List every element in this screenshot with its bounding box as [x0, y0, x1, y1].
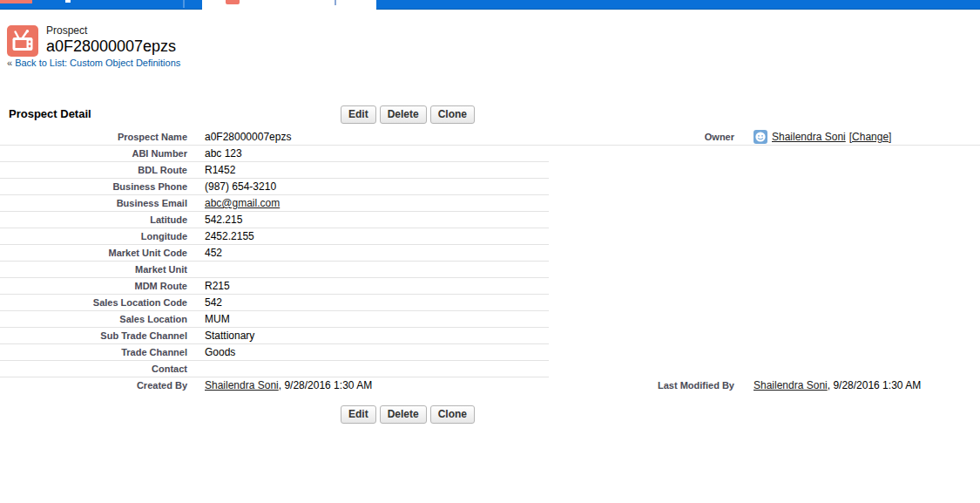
tab-bar-edge: [0, 9, 980, 10]
field-label: Business Email: [0, 198, 187, 208]
tab-mark: [335, 0, 336, 5]
browser-tab-bar: [0, 0, 980, 10]
back-to-list-link[interactable]: Back to List: Custom Object Definitions: [15, 58, 180, 68]
edit-button[interactable]: Edit: [341, 105, 376, 124]
field-row-last-modified-by: Last Modified By Shailendra Soni, 9/28/2…: [490, 377, 980, 393]
field-row-sales-location-code: Sales Location Code542: [0, 295, 549, 311]
delete-button[interactable]: Delete: [380, 105, 427, 124]
right-column-spacer: [490, 146, 980, 377]
field-label: Business Phone: [0, 181, 187, 192]
owner-change-link[interactable]: [Change]: [849, 131, 892, 143]
field-row-business-email: Business Emailabc@gmail.com: [0, 195, 549, 212]
clone-button-bottom[interactable]: Clone: [430, 405, 475, 424]
field-value: Shailendra Soni, 9/28/2016 1:30 AM: [187, 379, 372, 391]
object-type-label: Prospect: [46, 25, 176, 37]
browser-tab-accent: [0, 0, 32, 3]
detail-right-column: Owner Shailendra Soni [Change] Last Modi…: [490, 129, 980, 393]
field-value: Shailendra Soni, 9/28/2016 1:30 AM: [734, 379, 921, 391]
detail-left-column: Prospect Namea0F28000007epzsABI Numberab…: [0, 129, 549, 393]
field-value: abc@gmail.com: [187, 197, 280, 209]
detail-button-bar-top: Edit Delete Clone: [341, 105, 475, 124]
detail-button-bar-bottom: Edit Delete Clone: [341, 405, 475, 424]
record-header-text: Prospect a0F28000007epzs: [46, 25, 176, 56]
field-label: BDL Route: [0, 165, 187, 175]
field-label: Contact: [0, 364, 187, 374]
field-label: Sub Trade Channel: [0, 330, 187, 341]
field-row-business-phone: Business Phone(987) 654-3210: [0, 179, 549, 195]
field-label: Trade Channel: [0, 347, 187, 357]
last-modified-date: , 9/28/2016 1:30 AM: [828, 379, 921, 391]
field-value: 452: [187, 247, 222, 259]
tab-divider: [183, 0, 185, 8]
field-label: ABI Number: [0, 148, 187, 159]
field-row-longitude: Longitude2452.2155: [0, 228, 549, 245]
field-value: abc 123: [187, 147, 242, 160]
field-label: Owner: [490, 132, 734, 142]
field-label: MDM Route: [0, 281, 187, 291]
field-label: Latitude: [0, 214, 187, 225]
record-name: a0F28000007epzs: [46, 37, 176, 56]
field-label: Market Unit Code: [0, 248, 187, 258]
tab-favicon-icon: [226, 0, 240, 4]
field-value: (987) 654-3210: [187, 180, 276, 193]
active-browser-tab[interactable]: [202, 0, 376, 10]
field-label: Sales Location: [0, 314, 187, 324]
field-row-abi-number: ABI Numberabc 123: [0, 146, 549, 162]
last-modified-user-link[interactable]: Shailendra Soni: [754, 379, 828, 391]
field-value: Stattionary: [187, 330, 254, 342]
business-email-link[interactable]: abc@gmail.com: [205, 197, 280, 209]
owner-user-link[interactable]: Shailendra Soni: [772, 131, 846, 143]
field-value: 2452.2155: [187, 230, 254, 242]
user-avatar-icon[interactable]: [754, 130, 767, 144]
field-label: Longitude: [0, 231, 187, 241]
field-row-latitude: Latitude542.215: [0, 212, 549, 228]
edit-button-bottom[interactable]: Edit: [341, 405, 376, 424]
field-label: Created By: [0, 380, 187, 391]
field-row-mdm-route: MDM RouteR215: [0, 278, 549, 295]
field-row-market-unit-code: Market Unit Code452: [0, 245, 549, 262]
field-row-bdl-route: BDL RouteR1452: [0, 162, 549, 179]
field-label: Prospect Name: [0, 132, 187, 142]
field-row-sub-trade-channel: Sub Trade ChannelStattionary: [0, 328, 549, 344]
field-row-sales-location: Sales LocationMUM: [0, 311, 549, 328]
field-label: Market Unit: [0, 264, 187, 275]
field-value: R215: [187, 280, 230, 292]
field-row-owner: Owner Shailendra Soni [Change]: [490, 129, 980, 146]
delete-button-bottom[interactable]: Delete: [380, 405, 427, 424]
created-by-user-link[interactable]: Shailendra Soni: [205, 379, 279, 391]
field-row-created-by: Created ByShailendra Soni, 9/28/2016 1:3…: [0, 377, 549, 393]
section-title: Prospect Detail: [9, 107, 91, 120]
field-value: a0F28000007epzs: [187, 131, 291, 143]
field-value: MUM: [187, 313, 230, 325]
field-row-contact: Contact: [0, 361, 549, 377]
field-value: Shailendra Soni [Change]: [734, 130, 891, 144]
tab-title-fragment: [65, 0, 71, 3]
created-by-date: , 9/28/2016 1:30 AM: [279, 379, 372, 391]
field-row-market-unit: Market Unit: [0, 262, 549, 278]
prospect-detail-table: Prospect Namea0F28000007epzsABI Numberab…: [0, 129, 980, 395]
field-value: Goods: [187, 346, 235, 358]
field-row-trade-channel: Trade ChannelGoods: [0, 344, 549, 361]
breadcrumb: «Back to List: Custom Object Definitions: [7, 58, 180, 69]
back-arrow: «: [7, 58, 12, 68]
field-row-prospect-name: Prospect Namea0F28000007epzs: [0, 129, 549, 146]
clone-button[interactable]: Clone: [430, 105, 475, 124]
prospect-tv-icon: [7, 25, 38, 57]
field-label: Last Modified By: [490, 380, 734, 391]
field-value: 542.215: [187, 214, 242, 226]
field-value: R1452: [187, 164, 235, 176]
field-value: 542: [187, 296, 222, 309]
field-label: Sales Location Code: [0, 297, 187, 308]
record-header: Prospect a0F28000007epzs: [7, 25, 176, 57]
